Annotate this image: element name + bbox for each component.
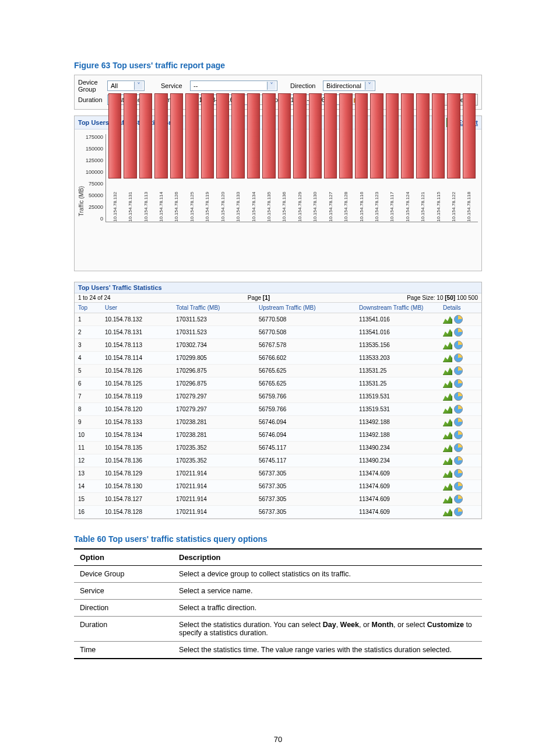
service-label: Service: [161, 82, 186, 89]
pie-icon[interactable]: [454, 456, 463, 465]
chart-bar: 10.154.78.115: [432, 93, 445, 222]
chart-bar: 10.154.78.126: [170, 93, 183, 222]
col-details: Details: [439, 303, 481, 313]
pie-icon[interactable]: [454, 392, 463, 401]
pie-icon[interactable]: [454, 495, 463, 503]
chevron-down-icon: ˅: [134, 82, 143, 90]
pie-icon[interactable]: [454, 315, 463, 324]
device-group-label: Device Group: [78, 79, 104, 93]
pie-icon[interactable]: [454, 366, 463, 375]
chart-icon[interactable]: [443, 418, 452, 426]
device-group-select[interactable]: All ˅: [107, 80, 145, 91]
chart-bar: 10.154.78.133: [231, 93, 244, 222]
chart-icon[interactable]: [443, 393, 452, 401]
chart-bar: 10.154.78.136: [278, 93, 291, 222]
pie-icon[interactable]: [454, 469, 463, 478]
table-caption: Table 60 Top users' traffic statistics q…: [74, 534, 482, 544]
chart-icon[interactable]: [443, 470, 452, 478]
table-row: 610.154.78.125170296.87556765.625113531.…: [75, 377, 481, 390]
pie-icon[interactable]: [454, 482, 463, 491]
page-number: 70: [74, 735, 482, 744]
table-row: 310.154.78.113170302.73456767.578113535.…: [75, 339, 481, 352]
chart-icon[interactable]: [443, 316, 452, 324]
table-row: 1610.154.78.128170211.91456737.305113474…: [75, 506, 481, 519]
chart-icon[interactable]: [443, 328, 452, 337]
pie-icon[interactable]: [454, 430, 463, 439]
direction-label: Direction: [290, 82, 319, 89]
chart-y-axis: 1750001500001250001000007500050000250000: [86, 134, 105, 222]
pager-page: Page [1]: [248, 295, 270, 301]
table-row: 510.154.78.126170296.87556765.625113531.…: [75, 365, 481, 377]
options-col-option: Option: [74, 549, 173, 566]
chart-plot: 10.154.78.13210.154.78.13110.154.78.1131…: [105, 134, 478, 222]
table-row: 1310.154.78.129170211.91456737.305113474…: [75, 467, 481, 480]
pie-icon[interactable]: [454, 405, 463, 414]
chart-icon[interactable]: [443, 495, 452, 503]
duration-label: Duration: [78, 96, 104, 103]
direction-select[interactable]: Bidirectional ˅: [323, 80, 375, 91]
chart-bar: 10.154.78.127: [324, 93, 337, 222]
chart-bar: 10.154.78.116: [355, 93, 368, 222]
pager-range: 1 to 24 of 24: [78, 295, 111, 301]
chart-icon[interactable]: [443, 354, 452, 362]
stats-panel: Top Users' Traffic Statistics 1 to 24 of…: [74, 282, 482, 519]
chart-bar: 10.154.78.132: [108, 93, 121, 222]
table-row: 1110.154.78.135170235.35256745.117113490…: [75, 442, 481, 454]
col-top[interactable]: Top: [75, 303, 101, 313]
table-row: ServiceSelect a service name.: [74, 583, 482, 600]
options-col-description: Description: [173, 549, 482, 566]
chart-bar: 10.154.78.120: [216, 93, 229, 222]
pie-icon[interactable]: [454, 508, 463, 516]
chart-icon[interactable]: [443, 457, 452, 465]
table-row: 1510.154.78.127170211.91456737.305113474…: [75, 493, 481, 506]
pie-icon[interactable]: [454, 328, 463, 337]
table-row: 710.154.78.119170279.29756759.766113519.…: [75, 390, 481, 403]
table-row: DirectionSelect a traffic direction.: [74, 600, 482, 617]
service-select[interactable]: -- ˅: [190, 80, 277, 91]
table-row: Device GroupSelect a device group to col…: [74, 566, 482, 583]
chart-icon[interactable]: [443, 482, 452, 491]
chart-area: Traffic (MB) 175000150000125000100000750…: [75, 130, 481, 271]
table-row: 210.154.78.131170311.52356770.508113541.…: [75, 326, 481, 339]
pager-pagesize[interactable]: Page Size: 10 [50] 100 500: [407, 295, 478, 301]
pager-row: 1 to 24 of 24 Page [1] Page Size: 10 [50…: [75, 293, 481, 303]
pie-icon[interactable]: [454, 379, 463, 388]
pie-icon[interactable]: [454, 418, 463, 426]
chart-bar: 10.154.78.131: [124, 93, 136, 222]
chart-bar: 10.154.78.122: [447, 93, 460, 222]
chart-icon[interactable]: [443, 380, 452, 388]
chart-bar: 10.154.78.124: [401, 93, 414, 222]
table-row: DurationSelect the statistics duration. …: [74, 617, 482, 642]
table-row: 910.154.78.133170238.28156746.094113492.…: [75, 416, 481, 429]
col-upstream[interactable]: Upstream Traffic (MB): [255, 303, 356, 313]
chart-bar: 10.154.78.134: [247, 93, 260, 222]
chart-bar: 10.154.78.119: [201, 93, 214, 222]
chart-icon[interactable]: [443, 341, 452, 349]
pie-icon[interactable]: [454, 341, 463, 349]
col-downstream[interactable]: Downstream Traffic (MB): [356, 303, 439, 313]
chart-bar: 10.154.78.118: [463, 93, 476, 222]
chevron-down-icon: ˅: [267, 82, 276, 90]
stats-table: Top User Total Traffic (MB) Upstream Tra…: [75, 303, 481, 519]
chart-bar: 10.154.78.123: [370, 93, 383, 222]
chart-bar: 10.154.78.128: [339, 93, 352, 222]
chart-bar: 10.154.78.130: [309, 93, 322, 222]
chart-icon[interactable]: [443, 405, 452, 414]
chart-icon[interactable]: [443, 431, 452, 439]
chart-bar: 10.154.78.135: [262, 93, 275, 222]
chart-icon[interactable]: [443, 508, 452, 516]
chart-icon[interactable]: [443, 367, 452, 375]
col-total[interactable]: Total Traffic (MB): [173, 303, 255, 313]
chevron-down-icon: ˅: [365, 82, 374, 90]
table-row: 410.154.78.114170299.80556766.602113533.…: [75, 352, 481, 365]
chart-y-label: Traffic (MB): [78, 186, 85, 216]
table-row: 110.154.78.132170311.52356770.508113541.…: [75, 313, 481, 326]
col-user[interactable]: User: [101, 303, 173, 313]
pie-icon[interactable]: [454, 443, 463, 452]
options-table: Option Description Device GroupSelect a …: [74, 548, 482, 659]
table-row: 1410.154.78.130170211.91456737.305113474…: [75, 480, 481, 493]
stats-title: Top Users' Traffic Statistics: [75, 282, 481, 293]
pie-icon[interactable]: [454, 354, 463, 362]
chart-icon[interactable]: [443, 444, 452, 452]
chart-bar: 10.154.78.125: [185, 93, 198, 222]
